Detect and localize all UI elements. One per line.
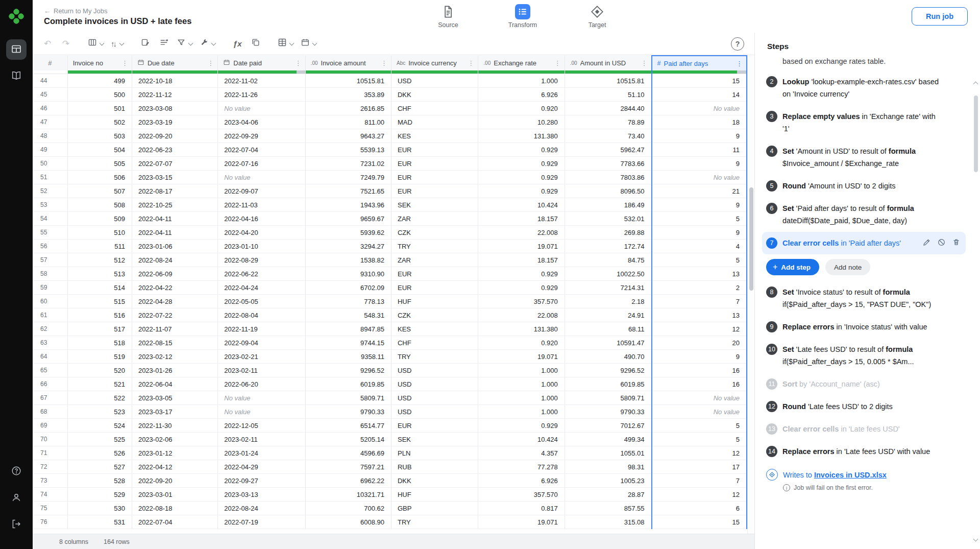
cell[interactable]: 529 xyxy=(67,488,132,502)
writes-to-row[interactable]: Writes to Invoices in USD.xlsx xyxy=(755,463,980,482)
cell[interactable]: 2022-12-05 xyxy=(218,419,305,433)
cell[interactable]: 2022-04-20 xyxy=(218,226,305,240)
column-header-invoice-currency[interactable]: AbcInvoice currency⋮ xyxy=(391,56,478,70)
cell[interactable]: 21 xyxy=(652,184,747,198)
sidebar-help-button[interactable] xyxy=(6,461,27,482)
cell[interactable]: 548.31 xyxy=(305,308,391,322)
cell[interactable]: 18 xyxy=(652,115,747,129)
cell[interactable]: 510 xyxy=(67,226,132,240)
cell[interactable]: 2023-01-10 xyxy=(218,240,305,253)
cell[interactable]: 515 xyxy=(67,295,132,308)
cell[interactable]: 2844.40 xyxy=(565,102,651,115)
cell[interactable]: 12 xyxy=(652,488,747,502)
cell[interactable]: 2022-11-30 xyxy=(132,419,217,433)
cell[interactable]: PLN xyxy=(391,446,478,460)
cell[interactable]: 500 xyxy=(67,88,132,102)
cell[interactable]: EUR xyxy=(391,184,478,198)
cell[interactable]: 5 xyxy=(652,212,747,226)
cell[interactable]: 19.071 xyxy=(478,350,565,364)
cell[interactable]: 2023-02-06 xyxy=(132,433,217,446)
cell[interactable]: 2023-02-21 xyxy=(218,350,305,364)
cell[interactable]: 857.55 xyxy=(565,502,651,515)
cell[interactable]: 2022-11-12 xyxy=(132,88,217,102)
cell[interactable]: 2022-10-18 xyxy=(132,74,217,88)
cell[interactable]: 2022-08-15 xyxy=(132,336,217,350)
rows-button[interactable] xyxy=(155,36,173,52)
cell[interactable]: 5539.13 xyxy=(305,143,391,157)
cell[interactable]: 9296.52 xyxy=(305,364,391,377)
cell[interactable]: 7521.65 xyxy=(305,184,391,198)
add-step-button[interactable]: +Add step xyxy=(766,259,819,275)
cell[interactable]: 2022-04-22 xyxy=(132,281,217,295)
cell[interactable]: 2023-03-08 xyxy=(132,102,217,115)
cell[interactable]: 2022-08-04 xyxy=(218,308,305,322)
cell[interactable]: 2023-03-19 xyxy=(132,115,217,129)
cell[interactable]: 10515.81 xyxy=(305,74,391,88)
cell[interactable]: 512 xyxy=(67,253,132,267)
cell[interactable]: EUR xyxy=(391,171,478,184)
cell[interactable]: 6.926 xyxy=(478,474,565,488)
cell[interactable]: USD xyxy=(391,377,478,391)
step-6[interactable]: 6Set 'Paid after days' to result of form… xyxy=(755,197,980,232)
cell[interactable]: 2022-08-29 xyxy=(218,253,305,267)
cell[interactable]: SEK xyxy=(391,198,478,212)
cell[interactable]: 2023-01-26 xyxy=(132,364,217,377)
column-menu-icon[interactable]: ⋮ xyxy=(381,59,387,67)
cell[interactable]: 13 xyxy=(652,308,747,322)
cell[interactable]: 5 xyxy=(652,433,747,446)
step-10[interactable]: 10Set 'Late fees USD' to result of formu… xyxy=(755,338,980,373)
cell[interactable]: CZK xyxy=(391,226,478,240)
cell[interactable]: 5809.71 xyxy=(305,391,391,405)
cell[interactable]: 520 xyxy=(67,364,132,377)
cell[interactable]: 10321.71 xyxy=(305,488,391,502)
cell[interactable]: 2022-11-19 xyxy=(218,322,305,336)
scroll-down-icon[interactable] xyxy=(973,537,978,542)
cell[interactable]: 2022-09-27 xyxy=(218,474,305,488)
cell[interactable]: 131.380 xyxy=(478,322,565,336)
column-menu-icon[interactable]: ⋮ xyxy=(121,59,128,67)
cell[interactable]: EUR xyxy=(391,267,478,281)
cell[interactable]: 12 xyxy=(652,446,747,460)
formula-button[interactable]: ƒx xyxy=(229,36,246,52)
cell[interactable]: 2022-04-12 xyxy=(132,460,217,474)
cell[interactable]: 508 xyxy=(67,198,132,212)
cell[interactable]: 7 xyxy=(652,295,747,308)
table-scrollbar[interactable] xyxy=(747,55,754,534)
cell[interactable]: 1.000 xyxy=(478,405,565,419)
cell[interactable]: 19.071 xyxy=(478,240,565,253)
cell[interactable]: 514 xyxy=(67,281,132,295)
cell[interactable]: 6019.85 xyxy=(305,377,391,391)
scrollbar-thumb[interactable] xyxy=(974,96,978,172)
cell[interactable]: 15 xyxy=(652,74,747,88)
cell[interactable]: 98.31 xyxy=(565,460,651,474)
scrollbar-thumb[interactable] xyxy=(749,187,753,291)
cell[interactable]: 490.70 xyxy=(565,350,651,364)
cell[interactable]: 2022-11-03 xyxy=(218,198,305,212)
cell[interactable]: 0.929 xyxy=(478,419,565,433)
cell[interactable]: 10.424 xyxy=(478,198,565,212)
cell[interactable]: 523 xyxy=(67,405,132,419)
cell[interactable]: USD xyxy=(391,364,478,377)
cell[interactable]: 7783.66 xyxy=(565,157,651,171)
cell[interactable]: 7249.79 xyxy=(305,171,391,184)
column-header-invoice-no[interactable]: Invoice no⋮ xyxy=(67,56,132,70)
step-8[interactable]: 8Set 'Invoice status' to result of formu… xyxy=(755,281,980,316)
cell[interactable]: TRY xyxy=(391,350,478,364)
cell[interactable]: 2616.85 xyxy=(305,102,391,115)
cell[interactable]: 2.18 xyxy=(565,295,651,308)
cell[interactable]: 4 xyxy=(652,240,747,253)
cleanup-tools-button[interactable] xyxy=(197,36,218,52)
delete-step-button[interactable] xyxy=(951,238,961,248)
disable-step-button[interactable] xyxy=(937,238,946,248)
cell[interactable]: 2022-09-20 xyxy=(132,129,217,143)
cell[interactable]: 353.89 xyxy=(305,88,391,102)
cell[interactable]: 504 xyxy=(67,143,132,157)
cell[interactable]: 172.74 xyxy=(565,240,651,253)
cell[interactable]: TRY xyxy=(391,515,478,529)
cell[interactable]: 2022-10-25 xyxy=(132,198,217,212)
cell[interactable]: 5809.71 xyxy=(565,391,651,405)
cell[interactable]: 0.817 xyxy=(478,502,565,515)
cell[interactable]: 2022-08-24 xyxy=(218,502,305,515)
column-header-due-date[interactable]: Due date⋮ xyxy=(132,56,217,70)
column-menu-icon[interactable]: ⋮ xyxy=(554,59,561,67)
